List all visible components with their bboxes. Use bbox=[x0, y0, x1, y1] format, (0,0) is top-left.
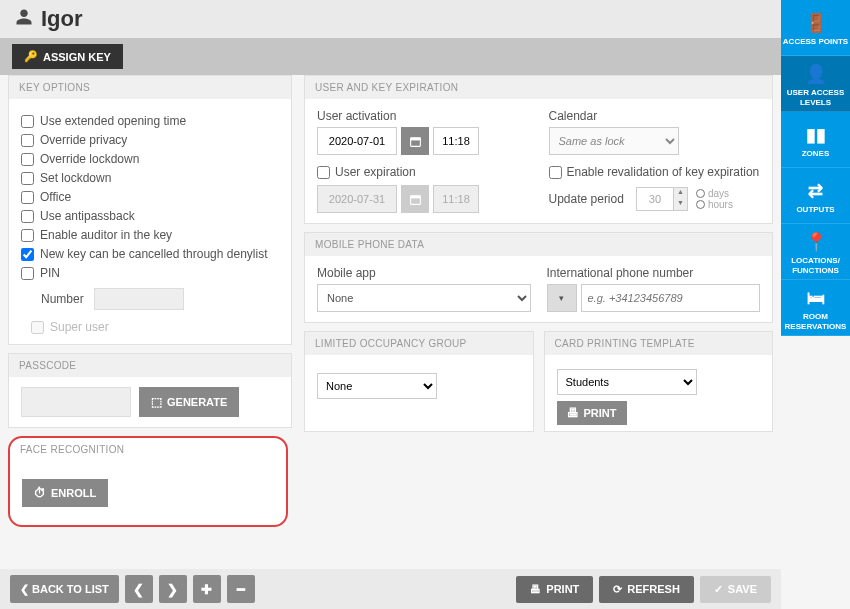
enroll-button[interactable]: ⏱ ENROLL bbox=[22, 479, 108, 507]
expiration-calendar-button bbox=[401, 185, 429, 213]
antipassback-checkbox[interactable]: Use antipassback bbox=[21, 209, 279, 223]
override-privacy-checkbox[interactable]: Override privacy bbox=[21, 133, 279, 147]
chevron-left-icon: ❮ bbox=[20, 583, 29, 596]
panel-title: PASSCODE bbox=[9, 354, 291, 377]
zones-icon: ▮▮ bbox=[806, 124, 826, 146]
occupancy-select[interactable]: None bbox=[317, 373, 437, 399]
print-button[interactable]: 🖶PRINT bbox=[516, 576, 593, 603]
sidebar-user-access[interactable]: 👤USER ACCESS LEVELS bbox=[781, 56, 850, 112]
key-options-panel: KEY OPTIONS Use extended opening time Ov… bbox=[8, 75, 292, 345]
update-spinner[interactable]: ▲▼ bbox=[674, 187, 688, 211]
phone-label: International phone number bbox=[547, 266, 761, 280]
number-input[interactable] bbox=[94, 288, 184, 310]
bed-icon: 🛏 bbox=[807, 288, 825, 309]
next-button[interactable]: ❯ bbox=[159, 575, 187, 603]
right-sidebar: 🚪ACCESS POINTS 👤USER ACCESS LEVELS ▮▮ZON… bbox=[781, 0, 850, 336]
revalidation-checkbox[interactable]: Enable revalidation of key expiration bbox=[549, 165, 761, 179]
user-icon: 👤 bbox=[805, 63, 827, 85]
generate-button[interactable]: ⬚ GENERATE bbox=[139, 387, 239, 417]
print-icon: 🖶 bbox=[567, 406, 579, 420]
extended-opening-checkbox[interactable]: Use extended opening time bbox=[21, 114, 279, 128]
mobile-phone-panel: MOBILE PHONE DATA Mobile app None Intern… bbox=[304, 232, 773, 323]
user-icon bbox=[15, 8, 33, 31]
panel-title: FACE RECOGNITION bbox=[10, 438, 286, 461]
activation-time-input[interactable] bbox=[433, 127, 479, 155]
limited-occupancy-panel: LIMITED OCCUPANCY GROUP None bbox=[304, 331, 534, 432]
locations-icon: 📍 bbox=[805, 231, 827, 253]
activation-calendar-button[interactable] bbox=[401, 127, 429, 155]
page-header: Igor bbox=[0, 0, 781, 38]
enroll-icon: ⏱ bbox=[34, 486, 46, 500]
check-icon: ✓ bbox=[714, 583, 723, 596]
svg-rect-1 bbox=[410, 137, 420, 140]
sidebar-outputs[interactable]: ⇄OUTPUTS bbox=[781, 168, 850, 224]
print-template-button[interactable]: 🖶 PRINT bbox=[557, 401, 627, 425]
back-to-list-button[interactable]: ❮BACK TO LIST bbox=[10, 575, 119, 603]
print-icon: 🖶 bbox=[530, 583, 541, 595]
expiration-time-input bbox=[433, 185, 479, 213]
outputs-icon: ⇄ bbox=[808, 180, 823, 202]
number-label: Number bbox=[41, 292, 84, 306]
expiration-panel: USER AND KEY EXPIRATION User activation … bbox=[304, 75, 773, 224]
sidebar-reservations[interactable]: 🛏ROOM RESERVATIONS bbox=[781, 280, 850, 336]
page-title: Igor bbox=[41, 6, 83, 32]
phone-input[interactable] bbox=[581, 284, 761, 312]
update-period-input[interactable] bbox=[636, 187, 674, 211]
panel-title: CARD PRINTING TEMPLATE bbox=[545, 332, 773, 355]
sidebar-zones[interactable]: ▮▮ZONES bbox=[781, 112, 850, 168]
auditor-checkbox[interactable]: Enable auditor in the key bbox=[21, 228, 279, 242]
user-expiration-checkbox[interactable]: User expiration bbox=[317, 165, 529, 179]
passcode-input[interactable] bbox=[21, 387, 131, 417]
door-icon: 🚪 bbox=[805, 12, 827, 34]
sidebar-access-points[interactable]: 🚪ACCESS POINTS bbox=[781, 0, 850, 56]
office-checkbox[interactable]: Office bbox=[21, 190, 279, 204]
super-user-checkbox: Super user bbox=[31, 320, 279, 334]
refresh-icon: ⟳ bbox=[613, 583, 622, 596]
key-icon: 🔑 bbox=[24, 50, 38, 63]
mobile-app-select[interactable]: None bbox=[317, 284, 531, 312]
calendar-label: Calendar bbox=[549, 109, 761, 123]
panel-title: USER AND KEY EXPIRATION bbox=[305, 76, 772, 99]
panel-title: LIMITED OCCUPANCY GROUP bbox=[305, 332, 533, 355]
main-content: KEY OPTIONS Use extended opening time Ov… bbox=[0, 75, 781, 550]
prev-button[interactable]: ❮ bbox=[125, 575, 153, 603]
set-lockdown-checkbox[interactable]: Set lockdown bbox=[21, 171, 279, 185]
face-recognition-panel: FACE RECOGNITION ⏱ ENROLL bbox=[8, 436, 288, 527]
panel-title: MOBILE PHONE DATA bbox=[305, 233, 772, 256]
days-radio[interactable] bbox=[696, 189, 705, 198]
svg-rect-3 bbox=[410, 195, 420, 198]
remove-button[interactable]: ━ bbox=[227, 575, 255, 603]
calendar-select[interactable]: Same as lock bbox=[549, 127, 679, 155]
template-select[interactable]: Students bbox=[557, 369, 697, 395]
mobile-app-label: Mobile app bbox=[317, 266, 531, 280]
toolbar: 🔑 ASSIGN KEY bbox=[0, 38, 781, 75]
generate-icon: ⬚ bbox=[151, 395, 162, 409]
override-lockdown-checkbox[interactable]: Override lockdown bbox=[21, 152, 279, 166]
hours-radio[interactable] bbox=[696, 200, 705, 209]
sidebar-locations[interactable]: 📍LOCATIONS/ FUNCTIONS bbox=[781, 224, 850, 280]
country-flag-select[interactable]: ▾ bbox=[547, 284, 577, 312]
panel-title: KEY OPTIONS bbox=[9, 76, 291, 99]
refresh-button[interactable]: ⟳REFRESH bbox=[599, 576, 694, 603]
save-button: ✓SAVE bbox=[700, 576, 771, 603]
denylist-checkbox[interactable]: New key can be cancelled through denylis… bbox=[21, 247, 279, 261]
footer-bar: ❮BACK TO LIST ❮ ❯ ✚ ━ 🖶PRINT ⟳REFRESH ✓S… bbox=[0, 569, 781, 609]
add-button[interactable]: ✚ bbox=[193, 575, 221, 603]
passcode-panel: PASSCODE ⬚ GENERATE bbox=[8, 353, 292, 428]
assign-key-button[interactable]: 🔑 ASSIGN KEY bbox=[12, 44, 123, 69]
activation-date-input[interactable] bbox=[317, 127, 397, 155]
card-template-panel: CARD PRINTING TEMPLATE Students 🖶 PRINT bbox=[544, 331, 774, 432]
expiration-date-input bbox=[317, 185, 397, 213]
update-period-label: Update period bbox=[549, 192, 624, 206]
pin-checkbox[interactable]: PIN bbox=[21, 266, 279, 280]
user-activation-label: User activation bbox=[317, 109, 529, 123]
